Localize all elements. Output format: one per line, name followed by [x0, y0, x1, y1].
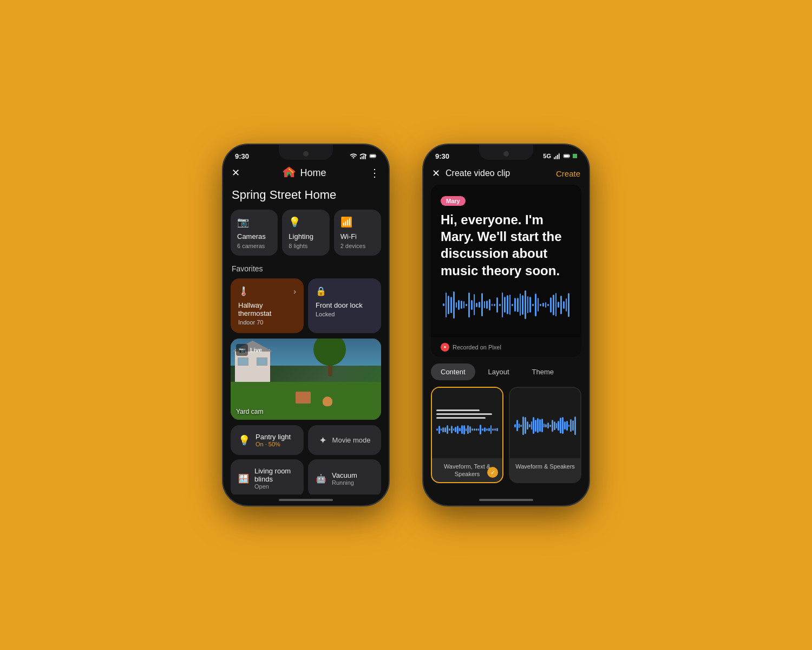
wifi-icon: [350, 152, 357, 160]
home-name: Spring Street Home: [223, 186, 389, 210]
layout-preview-2: [510, 388, 580, 458]
lighting-name: Lighting: [289, 232, 323, 240]
dot-indicator: [573, 154, 577, 158]
lock-icon: 🔒: [316, 286, 326, 296]
app-header: ✕ Home ⋮: [223, 162, 389, 186]
device-card-wifi[interactable]: 📶 Wi-Fi 2 devices: [334, 210, 381, 256]
layout-icon-1: [432, 405, 502, 441]
time-1: 9:30: [235, 152, 249, 160]
blinds-name: Living room blinds: [254, 467, 296, 483]
thermostat-arrow: ›: [293, 287, 296, 296]
lock-header: 🔒: [316, 286, 374, 296]
pantry-light-card[interactable]: 💡 Pantry light On · 50%: [231, 425, 304, 455]
blinds-icon: 🪟: [238, 473, 249, 484]
signal-icon-2: [553, 152, 561, 160]
camera-notch-2: [503, 151, 509, 157]
movie-name: Movie mode: [332, 436, 371, 444]
wifi-sub: 2 devices: [340, 243, 375, 249]
phone1-scroll-content: Spring Street Home 📷 Cameras 6 cameras 💡…: [223, 186, 389, 495]
cameras-name: Cameras: [237, 232, 271, 240]
tab-theme[interactable]: Theme: [522, 363, 564, 380]
thermostat-header: 🌡️ ›: [238, 286, 296, 296]
battery-icon-2: [563, 152, 571, 160]
svg-rect-3: [365, 154, 366, 159]
svg-rect-10: [557, 155, 558, 159]
home-bar-2: [479, 499, 533, 501]
speaker-badge: Mary: [441, 196, 466, 206]
status-icons-1: [350, 152, 377, 160]
header-title-group: Home: [283, 166, 326, 179]
recorded-line: ● Recorded on Pixel: [431, 337, 581, 357]
svg-rect-2: [363, 155, 364, 159]
camera-notch: [303, 151, 309, 157]
text-line-3: [436, 417, 486, 419]
camera-icon: 📷: [237, 216, 271, 228]
vacuum-card[interactable]: 🤖 Vacuum Running: [308, 459, 381, 495]
video-text: Hi, everyone. I'm Mary. We'll start the …: [441, 211, 572, 279]
svg-rect-0: [360, 157, 361, 159]
device-card-cameras[interactable]: 📷 Cameras 6 cameras: [231, 210, 278, 256]
create-header-left: ✕ Create video clip: [432, 167, 510, 179]
vacuum-icon: 🤖: [316, 473, 326, 484]
yard-cam-live: 📷 Live: [236, 344, 262, 356]
close-button[interactable]: ✕: [232, 167, 240, 179]
doghouse: [296, 392, 311, 404]
waveform: [441, 289, 572, 321]
phone1-inner: 9:30 ✕: [223, 145, 389, 505]
scene: 9:30 ✕: [200, 122, 612, 528]
layout-preview-1: [432, 388, 502, 458]
5g-label: 5G: [543, 153, 551, 159]
small-cards-grid: 💡 Pantry light On · 50% ✦ Movie mode: [223, 425, 389, 455]
phone-video: 9:30 5G ✕ Create video clip Create: [422, 144, 590, 506]
tab-layout[interactable]: Layout: [479, 363, 519, 380]
layout-waveform-speakers[interactable]: Waveform & Speakers: [509, 387, 581, 484]
blinds-text: Living room blinds Open: [254, 467, 296, 490]
vacuum-sub: Running: [332, 479, 357, 486]
signal-icon: [359, 152, 367, 160]
pantry-name: Pantry light: [256, 433, 291, 441]
cam-icon-badge: 📷: [236, 344, 248, 356]
pantry-light-icon: 💡: [238, 434, 250, 446]
svg-rect-1: [362, 157, 363, 159]
pixel-icon: ●: [441, 343, 449, 352]
device-card-lighting[interactable]: 💡 Lighting 8 lights: [282, 210, 329, 256]
favorites-label: Favorites: [223, 264, 389, 278]
lighting-sub: 8 lights: [289, 243, 323, 249]
mini-waveform-1: [436, 423, 498, 437]
text-line-2: [436, 413, 492, 415]
home-indicator-2: [423, 495, 589, 505]
yard-cam-label: Yard cam: [236, 408, 263, 415]
more-button[interactable]: ⋮: [369, 166, 380, 179]
phone2-content: ✕ Create video clip Create Mary Hi, ever…: [423, 162, 589, 495]
movie-mode-card[interactable]: ✦ Movie mode: [308, 425, 381, 455]
home-bar-1: [279, 499, 333, 501]
svg-rect-5: [376, 155, 376, 157]
create-header: ✕ Create video clip Create: [423, 162, 589, 185]
movie-icon: ✦: [319, 434, 327, 446]
vacuum-text: Vacuum Running: [332, 471, 357, 486]
blinds-card[interactable]: 🪟 Living room blinds Open: [231, 459, 304, 495]
fav-lock[interactable]: 🔒 Front door lock Locked: [308, 278, 381, 333]
phone-home: 9:30 ✕: [222, 144, 390, 506]
yard-cam-card[interactable]: 📷 Live Yard cam: [231, 339, 381, 420]
live-label: Live: [250, 347, 262, 353]
battery-icon: [369, 152, 377, 160]
wifi-name: Wi-Fi: [340, 232, 375, 240]
lighting-icon: 💡: [289, 216, 323, 228]
status-icons-2: 5G: [543, 152, 577, 160]
blinds-sub: Open: [254, 483, 296, 490]
create-close-button[interactable]: ✕: [432, 167, 440, 179]
fav-thermostat[interactable]: 🌡️ › Hallway thermostat Indoor 70: [231, 278, 304, 333]
layout-icon-2: [510, 405, 580, 441]
phone2-inner: 9:30 5G ✕ Create video clip Create: [423, 145, 589, 505]
tab-content[interactable]: Content: [431, 363, 475, 380]
video-outer-bg: Mary Hi, everyone. I'm Mary. We'll start…: [431, 185, 581, 357]
create-action-button[interactable]: Create: [556, 169, 580, 178]
layout-label-2: Waveform & Speakers: [510, 458, 580, 474]
google-home-icon: [283, 166, 296, 179]
layout-waveform-text-speakers[interactable]: ✓ Waveform, Text & Speakers: [431, 387, 503, 484]
thermostat-icon: 🌡️: [238, 286, 249, 296]
layout-options: ✓ Waveform, Text & Speakers Waveform & S…: [423, 387, 589, 491]
wifi-card-icon: 📶: [340, 216, 375, 228]
video-preview-area: Mary Hi, everyone. I'm Mary. We'll start…: [431, 185, 581, 337]
